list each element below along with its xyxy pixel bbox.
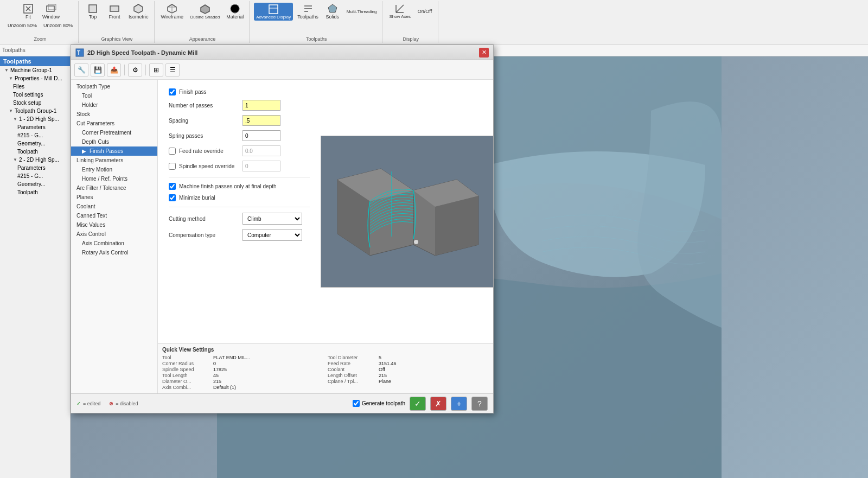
nav-axis-combination[interactable]: Axis Combination [71,239,157,248]
tree-item-toolpath-group[interactable]: ▼ Toolpath Group-1 [0,107,70,115]
nav-arc-filter[interactable]: Arc Filter / Tolerance [71,183,157,193]
nav-canned-text[interactable]: Canned Text [71,211,157,220]
minimize-burial-checkbox[interactable] [169,194,176,201]
top-view-button[interactable]: Top [83,2,103,21]
tree-item-2d-highsp-1[interactable]: ▼ 1 - 2D High Sp... [0,115,70,123]
generate-check: Generate toolpath [353,400,405,407]
window-button[interactable]: Window [40,2,62,21]
tree-item-geometry-2[interactable]: Geometry... [0,180,70,188]
fit-button[interactable]: Fit [18,2,38,21]
material-button[interactable]: Material [224,2,246,21]
tree-item-properties[interactable]: ▼ Properties - Mill D... [0,74,70,82]
finish-pass-checkbox[interactable] [169,88,176,95]
unzoom-buttons: Unzoom 50% Unzoom 80% [5,22,75,29]
minimize-burial-label: Minimize burial [179,195,215,201]
nav-finish-passes[interactable]: ▶ Finish Passes [71,146,157,156]
finish-pass-check[interactable]: Finish pass [169,88,310,95]
unzoom50-button[interactable]: Unzoom 50% [5,22,39,29]
spindle-speed-input[interactable] [242,161,280,171]
toolpaths-btn[interactable]: Toolpaths [295,2,321,21]
machine-finish-check[interactable]: Machine finish passes only at final dept… [169,183,310,190]
nav-toolpath-type[interactable]: Toolpath Type [71,82,157,91]
compensation-type-select[interactable]: Computer Control Wear Reverse Wear Off [242,229,302,241]
cutting-method-select[interactable]: Climb Conventional [242,213,302,225]
ok-button[interactable]: ✓ [410,397,426,411]
spindle-speed-checkbox[interactable] [169,163,176,170]
left-panel: Toolpaths ▼ Machine Group-1 ▼ Properties… [0,56,71,478]
spring-passes-input[interactable] [242,130,280,141]
settings-button[interactable]: ⚙ [128,63,142,77]
generate-toolpath-checkbox[interactable] [353,400,360,407]
tree-item-tool-settings[interactable]: Tool settings [0,91,70,99]
unzoom80-button[interactable]: Unzoom 80% [41,22,75,29]
advanced-display-button[interactable]: Advanced Display [254,3,293,21]
num-passes-input[interactable] [242,100,280,111]
dialog-close-button[interactable]: ✕ [479,48,489,58]
isometric-button[interactable]: Isometric [126,2,151,21]
tool-select-button[interactable]: 🔧 [74,63,88,77]
nav-corner-pretreatment[interactable]: Corner Pretreatment [71,128,157,137]
svg-line-17 [396,5,404,12]
nav-misc-values[interactable]: Misc Values [71,220,157,230]
show-axes-button[interactable]: Show Axes [387,2,413,20]
spacing-input[interactable] [242,115,280,126]
nav-tool[interactable]: Tool [71,91,157,100]
nav-axis-control[interactable]: Axis Control [71,230,157,239]
outline-shaded-button[interactable]: Outline Shaded [188,3,222,21]
front-view-button[interactable]: Front [105,2,124,21]
tree-item-stock-setup[interactable]: Stock setup [0,99,70,107]
zoom-buttons: Fit Window [18,2,62,21]
onoff-button[interactable]: On/Off [415,8,435,15]
tree-item-215-2[interactable]: #215 - G... [0,172,70,180]
machine-finish-checkbox[interactable] [169,183,176,190]
nav-planes[interactable]: Planes [71,193,157,202]
nav-rotary-axis[interactable]: Rotary Axis Control [71,248,157,257]
spring-passes-row: Spring passes [169,130,310,141]
nav-cut-parameters[interactable]: Cut Parameters [71,119,157,128]
wireframe-button[interactable]: Wireframe [159,2,186,21]
tree-item-files[interactable]: Files [0,82,70,91]
legend-disabled: ⊗ = disabled [109,401,138,406]
tree-item-machine-group[interactable]: ▼ Machine Group-1 [0,66,70,74]
dialog-main: Finish pass Number of passes Spacing [158,80,493,393]
help-button[interactable]: ? [471,397,488,411]
tree-item-toolpath-1[interactable]: Toolpath [0,148,70,156]
nav-coolant[interactable]: Coolant [71,202,157,211]
spacing-label: Spacing [169,118,239,124]
multi-threading-button[interactable]: Multi-Threading [344,8,379,15]
upload-button[interactable]: 📤 [107,63,121,77]
nav-depth-cuts[interactable]: Depth Cuts [71,137,157,146]
nav-stock[interactable]: Stock [71,110,157,119]
feed-rate-input[interactable] [242,145,280,156]
svg-rect-5 [89,5,97,12]
grid-button[interactable]: ⊞ [149,63,163,77]
feed-rate-label: Feed rate override [179,148,224,154]
qv-axis-combi: Axis Combi... Default (1) [162,385,323,390]
tree-item-2d-highsp-2[interactable]: ▼ 2 - 2D High Sp... [0,156,70,164]
add-button[interactable]: + [451,397,467,411]
nav-entry-motion[interactable]: Entry Motion [71,165,157,174]
display-buttons: Show Axes On/Off [387,2,435,20]
minimize-burial-check[interactable]: Minimize burial [169,194,310,201]
tree-item-215-1[interactable]: #215 - G... [0,131,70,139]
svg-marker-7 [134,4,143,13]
svg-rect-3 [47,6,54,11]
tree-item-geometry-1[interactable]: Geometry... [0,139,70,148]
list-button[interactable]: ☰ [165,63,180,77]
legend-disabled-icon: ⊗ [109,401,113,406]
save-button[interactable]: 💾 [91,63,105,77]
section-divider2 [169,207,310,207]
spindle-speed-check[interactable]: Spindle speed override [169,163,239,170]
tree-item-toolpath-2[interactable]: Toolpath [0,188,70,196]
dialog-bottom: ✓ = edited ⊗ = disabled Generate toolpat… [71,393,493,413]
nav-linking-parameters[interactable]: Linking Parameters [71,156,157,165]
tree-item-params-2[interactable]: Parameters [0,164,70,172]
solids-button[interactable]: Solids [323,2,342,21]
svg-rect-6 [110,6,119,11]
cancel-button[interactable]: ✗ [430,397,446,411]
tree-item-params-1[interactable]: Parameters [0,123,70,131]
nav-holder[interactable]: Holder [71,100,157,110]
feed-rate-check[interactable]: Feed rate override [169,148,239,155]
nav-home-ref[interactable]: Home / Ref. Points [71,174,157,183]
feed-rate-checkbox[interactable] [169,148,176,155]
